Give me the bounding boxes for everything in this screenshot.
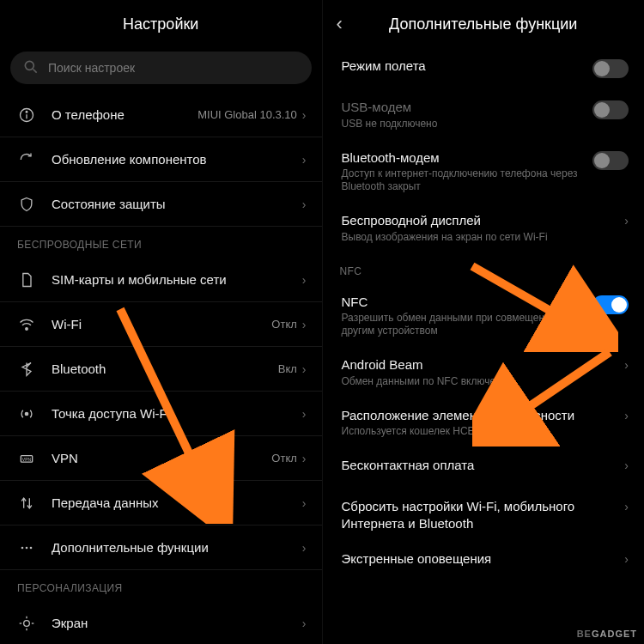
svg-point-5: [26, 327, 28, 330]
chevron-right-icon: ›: [624, 552, 629, 566]
toggle-usb[interactable]: [592, 100, 629, 119]
more-icon: [17, 538, 36, 557]
vpn-icon: VPN: [17, 449, 36, 468]
chevron-right-icon: ›: [302, 617, 307, 630]
chevron-right-icon: ›: [302, 273, 307, 287]
row-label: Точка доступа Wi-Fi: [52, 406, 302, 421]
row-label: VPN: [52, 451, 271, 465]
page-title: Дополнительные функции: [389, 15, 577, 33]
row-usb-tether[interactable]: USB-модем USB не подключено: [323, 89, 645, 140]
svg-point-11: [30, 546, 33, 549]
settings-header: Настройки: [0, 0, 322, 48]
info-icon: [17, 106, 36, 125]
row-emergency-alerts[interactable]: Экстренные оповещения ›: [323, 541, 645, 582]
row-nfc[interactable]: NFC Разрешить обмен данными при совмещен…: [323, 284, 645, 348]
toggle-bt-tether[interactable]: [592, 151, 629, 170]
row-title: Бесконтактная оплата: [342, 457, 613, 474]
row-value: Откл: [271, 318, 297, 331]
row-sub: Используется кошелек HCE: [342, 425, 613, 438]
row-value: Откл: [271, 452, 297, 465]
chevron-right-icon: ›: [302, 541, 307, 555]
chevron-right-icon: ›: [624, 358, 629, 372]
watermark-bold: GADGET: [592, 629, 637, 639]
section-wireless: БЕСПРОВОДНЫЕ СЕТИ: [0, 227, 322, 258]
row-value: MIUI Global 10.3.10: [197, 108, 297, 121]
chevron-right-icon: ›: [302, 153, 307, 167]
row-sim[interactable]: SIM-карты и мобильные сети ›: [0, 258, 322, 302]
toggle-nfc[interactable]: [592, 295, 629, 314]
svg-point-9: [21, 546, 24, 549]
watermark: BEGADGET: [577, 629, 637, 639]
svg-line-1: [33, 69, 37, 72]
row-label: SIM-карты и мобильные сети: [52, 272, 302, 287]
row-update[interactable]: Обновление компонентов ›: [0, 137, 322, 182]
row-title: NFC: [342, 294, 585, 311]
row-contactless-pay[interactable]: Бесконтактная оплата ›: [323, 447, 645, 489]
watermark-pre: BE: [577, 629, 592, 639]
row-label: Передача данных: [52, 495, 302, 510]
row-title: Режим полета: [342, 58, 585, 75]
row-bt-tether[interactable]: Bluetooth-модем Доступ к интернет-подклю…: [323, 140, 645, 204]
toggle-airplane[interactable]: [592, 59, 629, 78]
chevron-right-icon: ›: [302, 452, 307, 465]
shield-icon: [17, 195, 36, 214]
row-about-phone[interactable]: О телефоне MIUI Global 10.3.10 ›: [0, 93, 322, 137]
row-sub: Разрешить обмен данными при совмещении с…: [342, 312, 585, 337]
row-title: Беспроводной дисплей: [342, 212, 613, 229]
section-personal: ПЕРСОНАЛИЗАЦИЯ: [0, 570, 322, 601]
chevron-right-icon: ›: [624, 214, 629, 228]
chevron-right-icon: ›: [624, 459, 629, 472]
row-sub: Обмен данными по NFC включен: [342, 375, 613, 388]
svg-point-10: [26, 546, 28, 549]
row-hotspot[interactable]: Точка доступа Wi-Fi ›: [0, 392, 322, 436]
hotspot-icon: [17, 404, 36, 423]
chevron-right-icon: ›: [624, 409, 629, 422]
row-label: Состояние защиты: [52, 197, 302, 211]
chevron-right-icon: ›: [302, 318, 307, 331]
back-button[interactable]: ‹: [337, 13, 343, 35]
row-title: USB-модем: [342, 99, 585, 116]
row-vpn[interactable]: VPN VPN Откл ›: [0, 436, 322, 481]
row-sub: Вывод изображения на экран по сети Wi-Fi: [342, 231, 613, 244]
chevron-right-icon: ›: [302, 108, 307, 122]
row-wifi[interactable]: Wi-Fi Откл ›: [0, 302, 322, 347]
svg-point-6: [25, 412, 27, 415]
row-reset-net[interactable]: Сбросить настройки Wi-Fi, мобильного Инт…: [323, 489, 645, 541]
settings-screen: Настройки Поиск настроек О телефоне MIUI…: [0, 0, 323, 644]
display-icon: [17, 614, 36, 633]
bluetooth-icon: [17, 360, 36, 379]
row-data-usage[interactable]: Передача данных ›: [0, 481, 322, 526]
chevron-right-icon: ›: [302, 407, 307, 421]
row-value: Вкл: [278, 362, 297, 375]
row-label: Wi-Fi: [52, 317, 271, 331]
row-secure-element[interactable]: Расположение элемента безопасности Испол…: [323, 398, 645, 448]
row-sub: USB не подключено: [342, 118, 585, 131]
search-input[interactable]: Поиск настроек: [10, 52, 312, 84]
chevron-right-icon: ›: [624, 500, 629, 513]
additional-features-screen: ‹ Дополнительные функции Режим полета US…: [323, 0, 645, 644]
row-more-settings[interactable]: Дополнительные функции ›: [0, 526, 322, 570]
chevron-right-icon: ›: [302, 362, 307, 376]
svg-point-12: [24, 620, 30, 626]
section-nfc: NFC: [323, 253, 645, 284]
features-header: ‹ Дополнительные функции: [323, 0, 645, 48]
row-wireless-display[interactable]: Беспроводной дисплей Вывод изображения н…: [323, 203, 645, 253]
wifi-icon: [17, 315, 36, 334]
row-airplane[interactable]: Режим полета: [323, 48, 645, 89]
sim-icon: [17, 270, 36, 289]
row-label: Bluetooth: [52, 361, 278, 376]
search-icon: [22, 58, 39, 78]
data-icon: [17, 494, 36, 513]
row-bluetooth[interactable]: Bluetooth Вкл ›: [0, 347, 322, 392]
svg-point-0: [25, 61, 33, 70]
svg-text:VPN: VPN: [22, 456, 32, 461]
row-title: Android Beam: [342, 356, 613, 374]
row-display[interactable]: Экран ›: [0, 601, 322, 644]
search-placeholder: Поиск настроек: [48, 61, 135, 75]
row-label: О телефоне: [52, 107, 197, 122]
row-label: Экран: [52, 616, 302, 630]
row-security[interactable]: Состояние защиты ›: [0, 182, 322, 227]
update-icon: [17, 150, 36, 169]
row-android-beam[interactable]: Android Beam Обмен данными по NFC включе…: [323, 347, 645, 398]
chevron-right-icon: ›: [302, 496, 307, 510]
